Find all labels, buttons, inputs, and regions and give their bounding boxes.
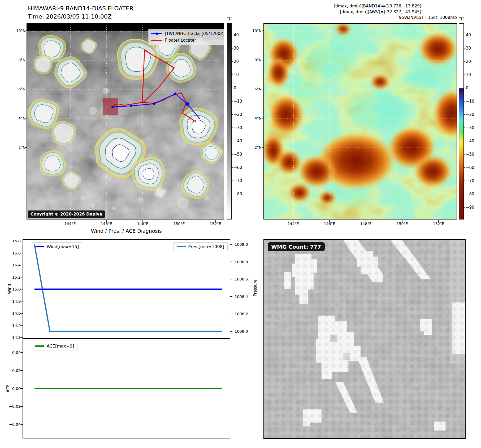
wind-legend-label: Wind[max=15] [47, 244, 79, 249]
lat-tick-label: 6°N [246, 87, 262, 91]
awv-map-panel [263, 23, 457, 219]
wind-tick-label: 15.4 [5, 262, 21, 268]
ace-legend: ACE[max=0] [32, 342, 77, 350]
wind-line-icon [35, 246, 44, 247]
legend-label: JTWC/NHC Tracks [05/1200Z] [165, 31, 224, 36]
colorbar-tick-label: −50 [234, 152, 250, 157]
colorbar-tick-label: −80 [466, 191, 481, 197]
lat-tick-label: 10°N [246, 28, 262, 33]
lat-tick-label: 8°N [246, 58, 262, 62]
wind-tick-label: 15.6 [5, 251, 21, 256]
dashboard: HIMAWARI-9 BAND14-DIAS FLOATER Time: 202… [0, 0, 481, 448]
ir-map-yticks: 10°N8°N6°N4°N2°N [10, 28, 25, 150]
ace-tick-label: −0.02 [6, 404, 21, 409]
ace-line-icon [35, 345, 44, 347]
colorbar-tick-label: 40 [466, 32, 481, 38]
awv-map-yticks: 10°N8°N6°N4°N2°N [246, 28, 262, 150]
lat-tick-label: 4°N [246, 116, 262, 121]
ace-tick-label: −0.04 [6, 422, 21, 427]
colorbar-tick-label: −40 [466, 138, 481, 144]
wind-tick-label: 14.4 [5, 323, 21, 328]
pressure-legend: Pres.[min=1008] [173, 242, 228, 251]
ace-plot [23, 338, 230, 438]
colorbar-tick-label: 10 [466, 72, 481, 77]
wind-axis-label: Wind [7, 284, 12, 294]
lat-tick-label: 2°N [246, 145, 262, 150]
lat-tick-label: 8°N [10, 58, 25, 62]
pressure-tick-label: 1008.2 [235, 311, 252, 317]
wmg-count-badge: WMG Count: 777 [268, 242, 325, 251]
legend-label: Floater Locater [165, 38, 196, 43]
awv-map-xticks: 144°E146°E148°E150°E152°E [0, 222, 481, 227]
lon-tick-label: 148°E [360, 222, 372, 226]
awv-map-art [264, 24, 457, 219]
map-legend: JTWC/NHC Tracks [05/1200Z] Floater Locat… [148, 29, 224, 45]
wind-tick-label: 14.6 [5, 311, 21, 316]
awv-colorbar-unit: °C [455, 16, 468, 21]
floater-line-icon [151, 39, 163, 42]
wind-tick-label: 15.8 [5, 238, 21, 244]
colorbar-tick-label: 30 [466, 46, 481, 51]
ir-colorbar [227, 23, 232, 219]
colorbar-tick-label: −70 [234, 178, 250, 183]
copyright-badge: Copyright © 2020-2026 Dapiya [28, 210, 105, 218]
wmg-panel: WMG Count: 777 [263, 239, 466, 439]
ir-map-panel: JTWC/NHC Tracks [05/1200Z] Floater Locat… [27, 23, 224, 219]
colorbar-tick-label: −60 [466, 165, 481, 170]
ace-legend-label: ACE[max=0] [47, 344, 74, 349]
ace-tick-label: 0.02 [6, 368, 21, 373]
lon-tick-label: 150°E [397, 222, 408, 226]
pressure-tick-label: 1008.8 [235, 259, 252, 265]
colorbar-tick-label: 0 [466, 85, 481, 91]
ace-tick-label: 0.04 [6, 350, 21, 355]
pressure-tick-label: 1008.4 [235, 294, 252, 299]
awv-colorbar [459, 23, 464, 219]
lat-tick-label: 6°N [10, 87, 25, 91]
wind-tick-label: 14.2 [5, 335, 21, 340]
colorbar-tick-label: −90 [466, 205, 481, 210]
colorbar-tick-label: −60 [234, 165, 250, 170]
lat-tick-label: 4°N [10, 116, 25, 121]
pressure-axis-ticks: 1009.01008.81008.61008.41008.21008.0 [235, 242, 252, 334]
lat-tick-label: 10°N [10, 28, 25, 33]
wind-tick-label: 15.2 [5, 275, 21, 280]
lat-tick-label: 2°N [10, 145, 25, 150]
pressure-tick-label: 1008.0 [235, 329, 252, 334]
jtwc-track-icon [151, 32, 163, 35]
pressure-line-icon [177, 246, 186, 247]
page-title: HIMAWARI-9 BAND14-DIAS FLOATER Time: 202… [28, 4, 133, 21]
legend-item-floater: Floater Locater [151, 37, 222, 43]
lon-tick-label: 146°E [324, 222, 335, 226]
wind-tick-label: 14.8 [5, 299, 21, 304]
stat-band14: [dmax, dmin](BAND14)=(13.736, -13.829) [265, 3, 421, 9]
lon-tick-label: 152°E [433, 222, 444, 226]
colorbar-tick-label: −80 [234, 191, 250, 197]
storm-info-line: 95W.INVEST | 15kt, 1008mb [345, 15, 457, 20]
colorbar-tick-label: −10 [466, 99, 481, 104]
wind-legend: Wind[max=15] [32, 242, 82, 251]
title-line-1: HIMAWARI-9 BAND14-DIAS FLOATER [28, 4, 133, 12]
stats-header: [dmax, dmin](BAND14)=(13.736, -13.829) [… [265, 3, 421, 15]
pressure-legend-label: Pres.[min=1008] [188, 244, 224, 249]
wmg-map-art [264, 240, 465, 438]
pressure-tick-label: 1009.0 [235, 242, 252, 247]
ir-colorbar-unit: °C [223, 16, 236, 21]
lon-tick-label: 144°E [288, 222, 299, 226]
diagnosis-chart-title: Wind / Pres. / ACE Diagnosis [52, 228, 201, 234]
awv-colorbar-ticks: 403020100−10−20−30−40−50−60−70−80−90 [466, 32, 481, 210]
ir-map-art [27, 24, 224, 219]
legend-item-jtwc: JTWC/NHC Tracks [05/1200Z] [151, 30, 222, 37]
colorbar-tick-label: −20 [466, 112, 481, 117]
stat-awv: [dmax, dmin](AWV)=(-32.327, -41.945) [265, 9, 421, 15]
colorbar-tick-label: −70 [466, 178, 481, 183]
pressure-axis-label: Pressure [253, 279, 258, 296]
colorbar-tick-label: −50 [466, 152, 481, 157]
ace-axis-label: ACE [6, 384, 10, 392]
title-line-2: Time: 2026/03/05 11:10:00Z [28, 12, 133, 21]
pressure-tick-label: 1008.6 [235, 276, 252, 282]
colorbar-tick-label: −30 [466, 125, 481, 130]
colorbar-tick-label: 20 [466, 59, 481, 64]
wind-pressure-plot [23, 239, 230, 339]
